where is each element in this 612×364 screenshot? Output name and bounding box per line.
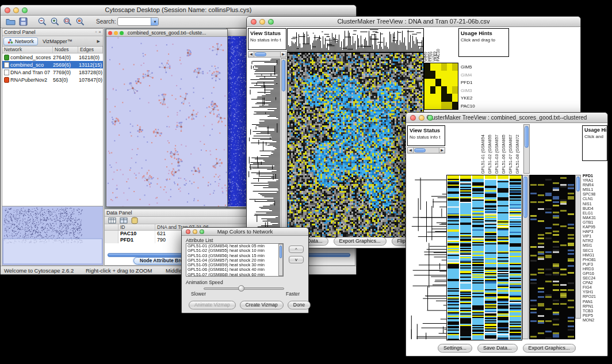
close-panel-icon[interactable]: × [98, 29, 101, 36]
heatmap-zoom-view[interactable] [529, 175, 575, 339]
gene-label[interactable]: VIP1 [583, 234, 608, 239]
zoom-in-icon[interactable] [49, 16, 60, 27]
main-titlebar[interactable]: Cytoscape Desktop (Session Name: collins… [1, 5, 356, 16]
close-button[interactable] [108, 31, 112, 35]
gene-label[interactable]: FIG4 [583, 285, 608, 290]
scroll-left-icon[interactable]: ◀ [408, 148, 414, 153]
move-down-button[interactable]: v [289, 256, 304, 263]
tab-vizmapper[interactable]: VizMapper™ [39, 37, 76, 45]
gene-label[interactable]: CLN1 [583, 197, 608, 201]
scroll-right-icon[interactable]: ▶ [439, 148, 445, 153]
minimize-button[interactable] [419, 115, 424, 121]
search-combobox[interactable]: ▾ [117, 17, 159, 26]
gene-label[interactable]: PUF3 [583, 262, 608, 267]
gene-label[interactable]: HMG1 [583, 253, 608, 258]
scrollbar-thumb[interactable] [525, 126, 529, 148]
treeview1-titlebar[interactable]: ClusterMaker TreeView : DNA and Tran 07-… [247, 17, 580, 27]
gene-label[interactable]: SEC1 [583, 248, 608, 253]
save-session-icon[interactable] [18, 16, 29, 27]
gene-label[interactable]: PHO81 [583, 258, 608, 262]
zoom-button[interactable] [200, 229, 204, 234]
zoom-button[interactable] [22, 7, 28, 13]
row-dendrogram[interactable] [407, 175, 446, 339]
gene-label[interactable]: HRD3 [583, 267, 608, 271]
gene-label[interactable]: PAN1 [583, 300, 608, 304]
gene-label[interactable]: BUD4 [583, 206, 608, 211]
attribute-list-scrollbar[interactable] [278, 244, 283, 276]
gene-label[interactable]: GPI16 [583, 271, 608, 276]
treeview-button[interactable]: Settings... [438, 344, 472, 352]
gene-label[interactable]: HAP3 [583, 229, 608, 234]
zoom-button[interactable] [427, 115, 433, 121]
scroll-right-icon[interactable]: ▶ [280, 52, 286, 57]
gene-label[interactable]: RNR4 [583, 183, 608, 187]
minimize-button[interactable] [193, 229, 197, 234]
attribute-list-item[interactable]: GPL51-07 (GSM868) heat shock 60 min [186, 273, 283, 277]
gene-label[interactable]: MAK31 [583, 216, 608, 220]
zoom-button[interactable] [120, 31, 124, 35]
genes-vscrollbar[interactable] [575, 175, 581, 319]
scrollbar-thumb[interactable] [280, 246, 282, 258]
zoom-out-icon[interactable] [37, 16, 48, 27]
birdseye-view[interactable] [2, 206, 103, 265]
network-row[interactable]: DNA and Tran 07 7769(0) 183728(0) [2, 68, 103, 76]
scrollbar-thumb[interactable] [282, 60, 285, 91]
treeview2-hscrollbar[interactable]: ◀ ▶ [407, 147, 445, 154]
close-button[interactable] [251, 19, 257, 25]
open-session-icon[interactable] [5, 16, 16, 27]
gene-label[interactable]: MSL1 [583, 187, 608, 192]
zoom-button[interactable] [268, 19, 274, 25]
scrollbar-thumb[interactable] [576, 177, 580, 191]
zoom-selected-icon[interactable] [75, 16, 86, 27]
heatmap-main[interactable] [446, 175, 522, 340]
animation-speed-slider[interactable] [238, 285, 244, 292]
gene-label[interactable]: TCB3 [583, 309, 608, 313]
treeview-button[interactable]: Export Graphics... [523, 344, 576, 352]
float-panel-icon[interactable]: ▫ [95, 29, 97, 36]
gene-label[interactable]: NTR2 [583, 239, 608, 243]
gene-label[interactable]: CPA2 [583, 281, 608, 285]
close-button[interactable] [186, 229, 190, 234]
treeview-button[interactable]: Save Data... [477, 344, 518, 352]
gene-label[interactable]: NIS1 [583, 202, 608, 206]
gene-label[interactable]: YSH1 [583, 290, 608, 294]
heatmap-vscrollbar[interactable] [522, 175, 529, 339]
gene-label[interactable]: MSI1 [583, 243, 608, 248]
network-view-window-1[interactable]: combined_scores_good.txt--cluste... [106, 29, 228, 207]
gene-label[interactable]: RPO21 [583, 294, 608, 299]
tab-overflow-icon[interactable]: ▶ [97, 39, 102, 44]
tab-network[interactable]: Network [3, 37, 38, 45]
scrollbar-thumb[interactable] [255, 52, 266, 56]
global-matrix-view[interactable] [424, 63, 458, 110]
move-up-button[interactable]: ^ [289, 246, 304, 253]
network-row[interactable]: combined_sco 2569(6) 13112(15) [2, 61, 103, 68]
network-row[interactable]: combined_scores 2764(0) 16218(0) [2, 53, 103, 61]
column-dendrogram[interactable] [287, 28, 424, 52]
gene-label[interactable]: YRA1 [583, 178, 608, 183]
heatmap-main[interactable] [287, 52, 424, 237]
labels-vscrollbar[interactable] [523, 124, 530, 174]
minimize-button[interactable] [13, 7, 19, 13]
dialog-titlebar[interactable]: Map Colors to Network [182, 228, 308, 236]
gene-label[interactable]: GTB1 [583, 220, 608, 225]
gene-label[interactable]: PEP5 [583, 313, 608, 318]
gene-label[interactable]: ELG1 [583, 211, 608, 216]
network-canvas[interactable] [106, 37, 227, 206]
data-cell-id[interactable]: PFD1 [118, 237, 155, 243]
scroll-left-icon[interactable]: ◀ [248, 52, 254, 57]
zoom-fit-icon[interactable] [62, 16, 73, 27]
data-cell-id[interactable]: PAC10 [118, 231, 155, 237]
network-view-1-titlebar[interactable]: combined_scores_good.txt--cluste... [106, 29, 227, 37]
gene-label[interactable]: SEC24 [583, 276, 608, 281]
treeview2-titlebar[interactable]: ClusterMaker TreeView : combined_scores_… [406, 113, 607, 123]
attribute-new-icon[interactable] [119, 217, 128, 224]
gene-label[interactable]: KAP95 [583, 225, 608, 229]
minimize-button[interactable] [114, 31, 118, 35]
combo-arrow-icon[interactable]: ▾ [151, 18, 158, 25]
scrollbar-thumb[interactable] [414, 148, 426, 152]
minimize-button[interactable] [259, 19, 265, 25]
network-row[interactable]: RNAPuberNov2 563(0) 107847(0) [2, 76, 103, 83]
dialog-button[interactable]: Animate Vizmap [189, 301, 236, 309]
gene-label[interactable]: SPC98 [583, 192, 608, 197]
row-dendrogram[interactable] [248, 58, 280, 236]
